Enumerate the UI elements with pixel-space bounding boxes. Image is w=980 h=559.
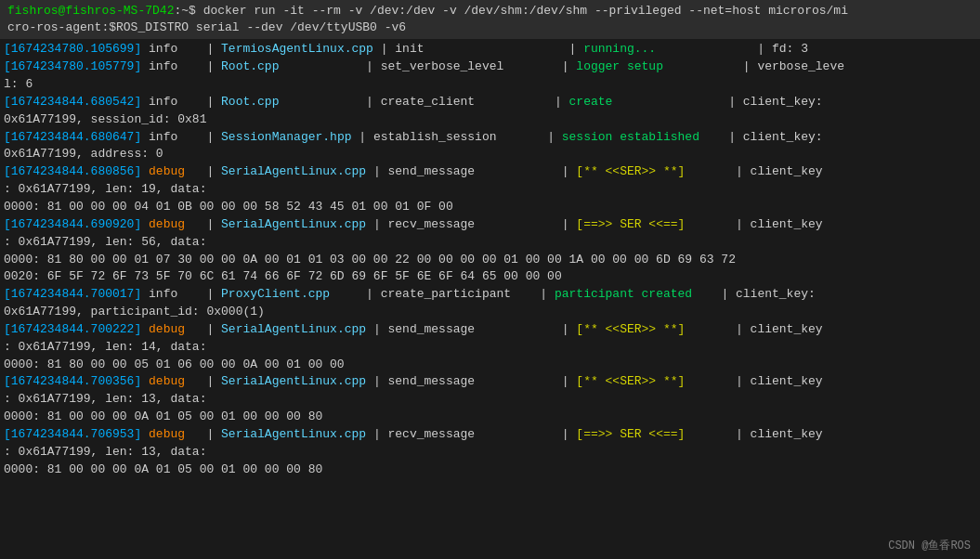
terminal-text: 0000: 81 00 00 00 0A 01 05 00 01 00 00 0…: [4, 462, 322, 476]
watermark: CSDN @鱼香ROS: [888, 538, 971, 553]
terminal-line: [1674234844.706953] debug | SerialAgentL…: [4, 426, 976, 444]
terminal-text: [1674234844.680542]: [4, 95, 149, 109]
terminal-line: 0000: 81 00 00 00 0A 01 05 00 01 00 00 0…: [4, 409, 976, 426]
terminal-line: [1674234844.700222] debug | SerialAgentL…: [4, 321, 976, 339]
terminal-text: 0000: 81 00 00 00 0A 01 05 00 01 00 00 0…: [4, 410, 322, 423]
terminal-line: [1674234844.700017] info | ProxyClient.c…: [4, 286, 976, 304]
terminal-window: fishros@fishros-MS-7D42:~$ docker run -i…: [0, 0, 980, 559]
terminal-text: | init |: [373, 42, 583, 56]
terminal-text: |: [177, 42, 221, 56]
terminal-line: : 0x61A77199, len: 13, data:: [4, 444, 976, 462]
terminal-text: 0000: 81 80 00 00 01 07 30 00 00 0A 00 0…: [4, 253, 736, 266]
terminal-line: 0000: 81 80 00 00 05 01 06 00 00 0A 00 0…: [4, 357, 976, 374]
terminal-text: [** <<SER>> **]: [576, 374, 685, 388]
terminal-text: l: 6: [4, 77, 33, 91]
terminal-text: [1674234844.700356]: [4, 374, 149, 388]
terminal-text: | client_key: [685, 322, 822, 336]
terminal-text: | client_key:: [692, 287, 816, 301]
terminal-text: | create_client |: [279, 95, 568, 109]
terminal-line: 0x61A77199, session_id: 0x81: [4, 111, 976, 129]
terminal-text: debug: [149, 322, 185, 336]
terminal-user: fishros@fishros-MS-7D42: [7, 4, 174, 18]
terminal-text: create: [569, 95, 613, 109]
terminal-line: : 0x61A77199, len: 13, data:: [4, 391, 976, 409]
terminal-text: info: [149, 95, 177, 109]
terminal-text: | send_message |: [366, 164, 576, 178]
terminal-content: [1674234780.105699] info | TermiosAgentL…: [0, 39, 980, 480]
terminal-text: info: [149, 130, 177, 144]
terminal-text: SessionManager.hpp: [221, 130, 351, 144]
terminal-text: 0020: 6F 5F 72 6F 73 5F 70 6C 61 74 66 6…: [4, 269, 562, 283]
terminal-text: [1674234844.700017]: [4, 287, 149, 301]
terminal-text: [1674234844.706953]: [4, 427, 149, 441]
terminal-text: Root.cpp: [221, 59, 279, 73]
terminal-text: [==>> SER <<==]: [576, 217, 685, 231]
terminal-text: info: [149, 59, 177, 73]
terminal-text: |: [185, 164, 221, 178]
terminal-line: [1674234844.690920] debug | SerialAgentL…: [4, 216, 976, 234]
terminal-text: | fd: 3: [656, 42, 808, 56]
terminal-text: debug: [149, 217, 185, 231]
terminal-text: | send_message |: [366, 322, 576, 336]
terminal-text: [** <<SER>> **]: [576, 164, 685, 178]
terminal-text: [1674234780.105779]: [4, 59, 149, 73]
terminal-text: [1674234844.700222]: [4, 322, 149, 336]
terminal-text: : 0x61A77199, len: 13, data:: [4, 392, 206, 406]
terminal-line: l: 6: [4, 76, 976, 94]
terminal-text: info: [149, 287, 177, 301]
terminal-text: 0x61A77199, session_id: 0x81: [4, 112, 206, 126]
terminal-line: 0000: 81 00 00 00 04 01 0B 00 00 00 58 5…: [4, 199, 976, 216]
terminal-text: TermiosAgentLinux.cpp: [221, 42, 373, 56]
terminal-text: : 0x61A77199, len: 14, data:: [4, 340, 206, 354]
terminal-text: : 0x61A77199, len: 19, data:: [4, 182, 206, 196]
terminal-text: | create_participant |: [330, 287, 555, 301]
terminal-line: 0x61A77199, address: 0: [4, 146, 976, 163]
terminal-text: debug: [149, 164, 185, 178]
terminal-text: 0x61A77199, participant_id: 0x000(1): [4, 305, 265, 318]
terminal-text: |: [185, 322, 221, 336]
terminal-text: | verbose_leve: [663, 59, 844, 73]
terminal-line: 0x61A77199, participant_id: 0x000(1): [4, 304, 976, 321]
terminal-line: [1674234844.680856] debug | SerialAgentL…: [4, 163, 976, 181]
terminal-line: : 0x61A77199, len: 14, data:: [4, 339, 976, 357]
terminal-text: | recv_message |: [366, 217, 576, 231]
terminal-text: [1674234844.680856]: [4, 164, 149, 178]
terminal-text: session established: [562, 130, 699, 144]
terminal-text: | client_key: [685, 427, 822, 441]
terminal-text: |: [177, 95, 221, 109]
terminal-text: SerialAgentLinux.cpp: [221, 217, 366, 231]
terminal-line: [1674234780.105779] info | Root.cpp | se…: [4, 58, 976, 76]
terminal-text: | set_verbose_level |: [279, 59, 576, 73]
terminal-text: running...: [583, 42, 656, 56]
terminal-line: [1674234844.680647] info | SessionManage…: [4, 129, 976, 147]
terminal-prompt: :~$: [174, 4, 203, 18]
terminal-text: 0000: 81 00 00 00 04 01 0B 00 00 00 58 5…: [4, 200, 453, 214]
terminal-text: SerialAgentLinux.cpp: [221, 164, 366, 178]
terminal-command: docker run -it --rm -v /dev:/dev -v /dev…: [203, 4, 848, 18]
terminal-text: logger setup: [576, 59, 663, 73]
terminal-text: ProxyClient.cpp: [221, 287, 330, 301]
terminal-text: | client_key:: [699, 130, 823, 144]
terminal-line: : 0x61A77199, len: 19, data:: [4, 181, 976, 199]
terminal-text: : 0x61A77199, len: 56, data:: [4, 235, 206, 249]
terminal-text: [1674234844.690920]: [4, 217, 149, 231]
terminal-text: |: [177, 287, 221, 301]
terminal-line: [1674234844.680542] info | Root.cpp | cr…: [4, 94, 976, 111]
terminal-text: info: [149, 42, 177, 56]
terminal-text: |: [185, 217, 221, 231]
terminal-text: [==>> SER <<==]: [576, 427, 685, 441]
terminal-text: 0x61A77199, address: 0: [4, 147, 163, 161]
terminal-text: [** <<SER>> **]: [576, 322, 685, 336]
terminal-text: | client_key: [685, 374, 822, 388]
terminal-text: | establish_session |: [352, 130, 562, 144]
terminal-text: [1674234780.105699]: [4, 42, 149, 56]
terminal-line: 0020: 6F 5F 72 6F 73 5F 70 6C 61 74 66 6…: [4, 268, 976, 286]
title-bar: fishros@fishros-MS-7D42:~$ docker run -i…: [0, 0, 980, 39]
terminal-line: [1674234844.700356] debug | SerialAgentL…: [4, 373, 976, 391]
terminal-line: : 0x61A77199, len: 56, data:: [4, 234, 976, 252]
terminal-text: |: [177, 130, 221, 144]
terminal-line: 0000: 81 00 00 00 0A 01 05 00 01 00 00 0…: [4, 462, 976, 479]
terminal-text: : 0x61A77199, len: 13, data:: [4, 445, 206, 459]
terminal-text: | send_message |: [366, 374, 576, 388]
terminal-text: SerialAgentLinux.cpp: [221, 427, 366, 441]
